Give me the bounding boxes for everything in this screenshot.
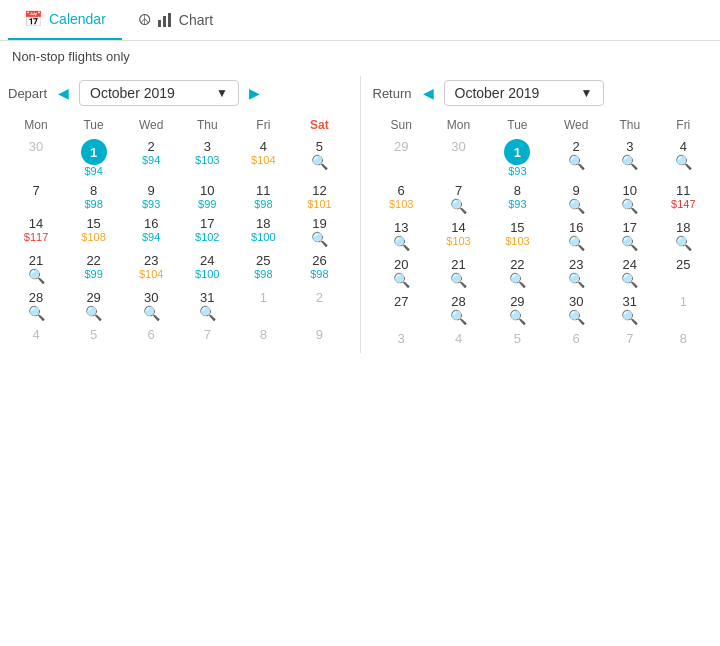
search-icon[interactable]: 🔍 [607, 235, 653, 251]
list-item[interactable]: 2🔍 [548, 136, 605, 180]
return-month-label: October 2019 [455, 85, 540, 101]
search-icon[interactable]: 🔍 [657, 235, 710, 251]
depart-prev-button[interactable]: ◀ [54, 83, 73, 103]
list-item[interactable]: 29🔍 [64, 287, 123, 324]
table-row: 20🔍21🔍22🔍23🔍24🔍25 [373, 254, 713, 291]
price-label: $104 [125, 268, 177, 280]
price-label: $93 [489, 165, 545, 177]
list-item[interactable]: 23🔍 [548, 254, 605, 291]
list-item: 4 [430, 328, 487, 349]
list-item[interactable]: 18🔍 [655, 217, 712, 254]
price-label: $103 [489, 235, 545, 247]
price-label: $98 [66, 198, 121, 210]
return-month-select[interactable]: October 2019 ▼ [444, 80, 604, 106]
price-label: $94 [125, 154, 177, 166]
list-item[interactable]: 28🔍 [8, 287, 64, 324]
svg-rect-2 [168, 13, 171, 27]
search-icon[interactable]: 🔍 [432, 309, 485, 325]
list-item[interactable]: 28🔍 [430, 291, 487, 328]
list-item[interactable]: 22🔍 [487, 254, 547, 291]
search-icon[interactable]: 🔍 [607, 154, 653, 170]
search-icon[interactable]: 🔍 [550, 272, 603, 288]
day-number: 17 [607, 220, 653, 235]
day-number: 8 [489, 183, 545, 198]
search-icon[interactable]: 🔍 [657, 154, 710, 170]
day-number: 23 [125, 253, 177, 268]
list-item[interactable]: 3🔍 [605, 136, 655, 180]
col-header-mon: Mon [8, 114, 64, 136]
search-icon[interactable]: 🔍 [375, 235, 428, 251]
chart-icon: ☮ [138, 11, 151, 29]
list-item[interactable]: 16🔍 [548, 217, 605, 254]
list-item[interactable]: 29🔍 [487, 291, 547, 328]
search-icon[interactable]: 🔍 [550, 154, 603, 170]
today-badge[interactable]: 1 [504, 139, 530, 165]
day-number: 6 [375, 183, 428, 198]
price-label: $98 [237, 198, 289, 210]
list-item: 15$108 [64, 213, 123, 250]
list-item[interactable]: 20🔍 [373, 254, 430, 291]
day-number: 8 [66, 183, 121, 198]
list-item[interactable]: 5🔍 [291, 136, 347, 180]
list-item[interactable]: 13🔍 [373, 217, 430, 254]
list-item[interactable]: 21🔍 [8, 250, 64, 287]
list-item: 30 [8, 136, 64, 180]
tab-calendar[interactable]: 📅 Calendar [8, 0, 122, 40]
search-icon[interactable]: 🔍 [293, 231, 345, 247]
search-icon[interactable]: 🔍 [10, 305, 62, 321]
price-label: $94 [66, 165, 121, 177]
bar-chart-icon [157, 12, 173, 28]
price-label: $98 [237, 268, 289, 280]
search-icon[interactable]: 🔍 [550, 235, 603, 251]
list-item[interactable]: 4🔍 [655, 136, 712, 180]
list-item[interactable]: 30🔍 [123, 287, 179, 324]
search-icon[interactable]: 🔍 [432, 198, 485, 214]
list-item[interactable]: 19🔍 [291, 213, 347, 250]
day-number: 21 [10, 253, 62, 268]
day-number: 31 [181, 290, 233, 305]
return-grid: SunMonTueWedThuFri 29301$932🔍3🔍4🔍6$1037🔍… [373, 114, 713, 349]
search-icon[interactable]: 🔍 [66, 305, 121, 321]
day-number: 18 [657, 220, 710, 235]
search-icon[interactable]: 🔍 [432, 272, 485, 288]
day-number: 11 [237, 183, 289, 198]
table-row: 13🔍14$10315$10316🔍17🔍18🔍 [373, 217, 713, 254]
list-item[interactable]: 10🔍 [605, 180, 655, 217]
list-item[interactable]: 7🔍 [430, 180, 487, 217]
search-icon[interactable]: 🔍 [550, 198, 603, 214]
search-icon[interactable]: 🔍 [607, 272, 653, 288]
list-item[interactable]: 24🔍 [605, 254, 655, 291]
col-header-mon: Mon [430, 114, 487, 136]
search-icon[interactable]: 🔍 [607, 198, 653, 214]
list-item[interactable]: 30🔍 [548, 291, 605, 328]
svg-rect-0 [158, 20, 161, 27]
day-number: 30 [432, 139, 485, 154]
list-item: 9 [291, 324, 347, 345]
return-prev-button[interactable]: ◀ [419, 83, 438, 103]
search-icon[interactable]: 🔍 [489, 309, 545, 325]
search-icon[interactable]: 🔍 [10, 268, 62, 284]
tab-chart[interactable]: ☮ Chart [122, 0, 229, 40]
search-icon[interactable]: 🔍 [375, 272, 428, 288]
day-number: 17 [181, 216, 233, 231]
list-item[interactable]: 31🔍 [605, 291, 655, 328]
list-item[interactable]: 21🔍 [430, 254, 487, 291]
today-badge[interactable]: 1 [81, 139, 107, 165]
list-item[interactable]: 17🔍 [605, 217, 655, 254]
search-icon[interactable]: 🔍 [293, 154, 345, 170]
depart-month-select[interactable]: October 2019 ▼ [79, 80, 239, 106]
list-item: 4 [8, 324, 64, 345]
day-number: 29 [489, 294, 545, 309]
nonstop-label: Non-stop flights only [0, 41, 720, 72]
list-item[interactable]: 9🔍 [548, 180, 605, 217]
list-item: 23$104 [123, 250, 179, 287]
search-icon[interactable]: 🔍 [125, 305, 177, 321]
list-item: 1$94 [64, 136, 123, 180]
search-icon[interactable]: 🔍 [181, 305, 233, 321]
depart-next-button[interactable]: ▶ [245, 83, 264, 103]
search-icon[interactable]: 🔍 [607, 309, 653, 325]
table-row: 301$942$943$1034$1045🔍 [8, 136, 348, 180]
list-item[interactable]: 31🔍 [179, 287, 235, 324]
search-icon[interactable]: 🔍 [489, 272, 545, 288]
search-icon[interactable]: 🔍 [550, 309, 603, 325]
